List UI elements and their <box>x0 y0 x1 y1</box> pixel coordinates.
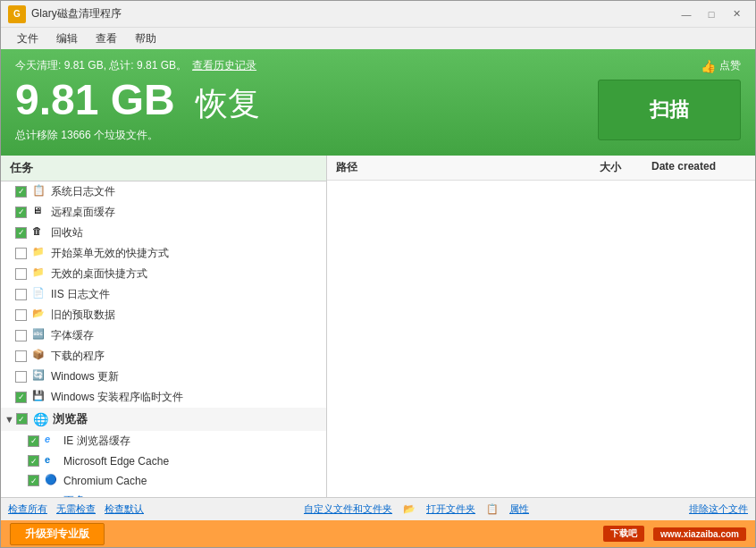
icon-system-logs: 📋 <box>32 184 46 198</box>
hero-section: 今天清理: 9.81 GB, 总计: 9.81 GB。 查看历史记录 👍 点赞 … <box>1 49 755 156</box>
hero-recovered-label: 恢复 <box>196 85 260 122</box>
label-windows-installer: Windows 安装程序临时文件 <box>51 390 183 405</box>
label-start-shortcuts: 开始菜单无效的快捷方式 <box>51 246 169 261</box>
properties-link[interactable]: 属性 <box>509 502 529 516</box>
app-icon: G <box>8 5 26 23</box>
upgrade-bar: 升级到专业版 下载吧 www.xiazaiba.com <box>1 520 755 547</box>
menu-edit[interactable]: 编辑 <box>47 30 87 48</box>
label-downloaded-programs: 下载的程序 <box>51 349 105 364</box>
checkbox-browser[interactable]: ✓ <box>16 413 28 425</box>
checkbox-system-logs[interactable]: ✓ <box>15 186 27 198</box>
no-check-link[interactable]: 无需检查 <box>56 502 96 516</box>
xiazaiba-logo: www.xiazaiba.com <box>653 527 746 541</box>
icon-desktop-shortcuts: 📁 <box>32 266 46 281</box>
menu-file[interactable]: 文件 <box>8 30 47 48</box>
checkbox-windows-installer[interactable]: ✓ <box>15 392 27 403</box>
list-item[interactable]: 📦 下载的程序 <box>1 346 326 367</box>
main-content: 任务 ✓ 📋 系统日志文件 ✓ 🖥 远程桌面缓存 ✓ 🗑 回收站 <box>1 156 755 497</box>
statusbar-mid: 自定义文件和文件夹 📂 打开文件夹 📋 属性 <box>144 502 689 516</box>
icon-prefetch: 📂 <box>32 308 46 322</box>
label-remote-desktop: 远程桌面缓存 <box>51 205 115 220</box>
checkbox-recycle-bin[interactable]: ✓ <box>15 227 27 239</box>
checkbox-iis-logs[interactable] <box>15 289 27 300</box>
icon-downloaded-programs: 📦 <box>32 349 46 363</box>
icon-remote-desktop: 🖥 <box>32 205 46 219</box>
list-item[interactable]: 🔄 Windows 更新 <box>1 367 326 387</box>
label-recycle-bin: 回收站 <box>51 225 83 240</box>
task-list[interactable]: ✓ 📋 系统日志文件 ✓ 🖥 远程桌面缓存 ✓ 🗑 回收站 📁 <box>1 181 326 497</box>
checkbox-downloaded-programs[interactable] <box>15 350 27 362</box>
window-title: Glary磁盘清理程序 <box>31 6 675 21</box>
titlebar: G Glary磁盘清理程序 — □ ✕ <box>1 1 755 28</box>
checkbox-font-cache[interactable] <box>15 330 27 341</box>
app-window: G Glary磁盘清理程序 — □ ✕ 文件 编辑 查看 帮助 今天清理: 9.… <box>0 0 756 548</box>
list-item-more[interactable]: + ▪ 更多 <box>1 491 326 497</box>
list-item[interactable]: ✓ 💾 Windows 安装程序临时文件 <box>1 387 326 408</box>
checkbox-remote-desktop[interactable]: ✓ <box>15 207 27 218</box>
label-prefetch: 旧的预取数据 <box>51 308 115 323</box>
open-folder-icon: 📂 <box>403 503 416 515</box>
label-font-cache: 字体缓存 <box>51 328 94 343</box>
list-item[interactable]: 📄 IIS 日志文件 <box>1 284 326 305</box>
task-panel: 任务 ✓ 📋 系统日志文件 ✓ 🖥 远程桌面缓存 ✓ 🗑 回收站 <box>1 156 327 497</box>
minimize-button[interactable]: — <box>675 5 698 23</box>
icon-recycle-bin: 🗑 <box>32 225 46 240</box>
scan-button[interactable]: 扫描 <box>598 80 741 140</box>
open-folder-link[interactable]: 打开文件夹 <box>426 502 475 516</box>
upgrade-button[interactable]: 升级到专业版 <box>10 523 105 545</box>
icon-edge: e <box>45 454 59 468</box>
hero-thumb[interactable]: 👍 点赞 <box>701 58 741 73</box>
hero-main: 9.81 GB 恢复 总计移除 13666 个垃圾文件。 扫描 <box>15 77 741 143</box>
check-all-link[interactable]: 检查所有 <box>8 502 47 516</box>
list-item[interactable]: ✓ e Microsoft Edge Cache <box>1 451 326 471</box>
icon-iis-logs: 📄 <box>32 287 46 301</box>
label-system-logs: 系统日志文件 <box>51 184 115 199</box>
download-logo: 下载吧 <box>603 526 644 542</box>
check-default-link[interactable]: 检查默认 <box>105 502 144 516</box>
hero-size: 9.81 GB <box>15 76 175 123</box>
checkbox-start-shortcuts[interactable] <box>15 248 27 259</box>
icon-start-shortcuts: 📁 <box>32 246 46 260</box>
list-item[interactable]: 📂 旧的预取数据 <box>1 305 326 325</box>
label-ie-cache: IE 浏览器缓存 <box>63 434 130 449</box>
close-button[interactable]: ✕ <box>725 5 748 23</box>
properties-icon: 📋 <box>486 503 499 515</box>
list-item[interactable]: ✓ 🖥 远程桌面缓存 <box>1 202 326 223</box>
menu-help[interactable]: 帮助 <box>126 30 165 48</box>
list-item[interactable]: ✓ 🔵 Chromium Cache <box>1 471 326 491</box>
icon-windows-update: 🔄 <box>32 369 46 384</box>
hero-today-text: 今天清理: 9.81 GB, 总计: 9.81 GB。 <box>15 58 187 73</box>
hero-subtitle: 总计移除 13666 个垃圾文件。 <box>15 128 260 143</box>
list-item[interactable]: ✓ e IE 浏览器缓存 <box>1 431 326 451</box>
right-panel-header: 路径 大小 Date created <box>327 156 755 181</box>
statusbar: 检查所有 无需检查 检查默认 自定义文件和文件夹 📂 打开文件夹 📋 属性 排除… <box>1 497 755 520</box>
menubar: 文件 编辑 查看 帮助 <box>1 28 755 49</box>
hero-left: 9.81 GB 恢复 总计移除 13666 个垃圾文件。 <box>15 77 260 143</box>
icon-chromium: 🔵 <box>45 474 59 488</box>
list-item[interactable]: 📁 无效的桌面快捷方式 <box>1 264 326 284</box>
hero-thumb-label: 点赞 <box>719 58 741 73</box>
right-panel: 路径 大小 Date created <box>327 156 755 497</box>
checkbox-chromium-cache[interactable]: ✓ <box>28 475 39 486</box>
collapse-browser-icon[interactable]: ▼ <box>4 414 14 425</box>
window-controls: — □ ✕ <box>675 5 748 23</box>
maximize-button[interactable]: □ <box>700 5 723 23</box>
label-windows-update: Windows 更新 <box>51 369 119 384</box>
hero-size-recovered: 9.81 GB 恢复 <box>15 77 260 124</box>
checkbox-edge-cache[interactable]: ✓ <box>28 455 39 467</box>
checkbox-desktop-shortcuts[interactable] <box>15 268 27 280</box>
menu-view[interactable]: 查看 <box>87 30 126 48</box>
list-item[interactable]: ✓ 🗑 回收站 <box>1 223 326 243</box>
list-item[interactable]: 🔤 字体缓存 <box>1 325 326 346</box>
customize-link[interactable]: 自定义文件和文件夹 <box>304 502 392 516</box>
checkbox-ie-cache[interactable]: ✓ <box>28 435 39 447</box>
checkbox-windows-update[interactable] <box>15 371 27 383</box>
icon-ie: e <box>45 434 59 448</box>
browser-category-item[interactable]: ▼ ✓ 🌐 浏览器 <box>1 408 326 431</box>
exclude-link[interactable]: 排除这个文件 <box>689 503 748 514</box>
checkbox-prefetch[interactable] <box>15 309 27 321</box>
list-item[interactable]: 📁 开始菜单无效的快捷方式 <box>1 243 326 264</box>
col-date-header: Date created <box>621 160 746 175</box>
list-item[interactable]: ✓ 📋 系统日志文件 <box>1 181 326 202</box>
hero-history-link[interactable]: 查看历史记录 <box>192 58 256 73</box>
